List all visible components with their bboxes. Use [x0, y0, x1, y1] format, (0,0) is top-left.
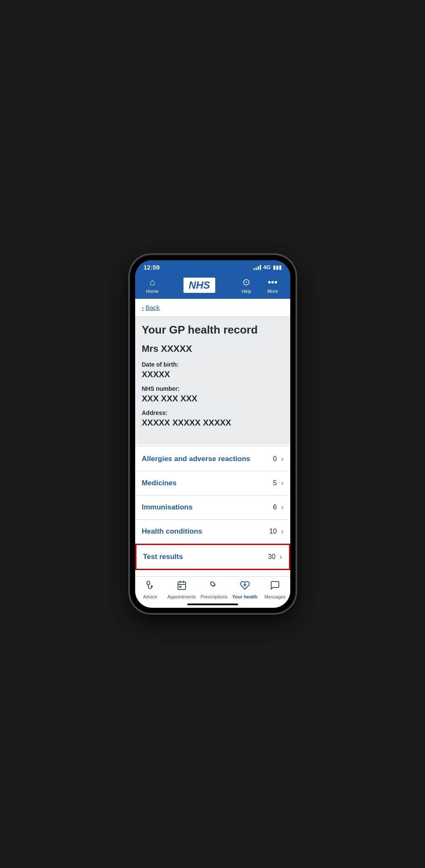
- heart-icon: [240, 580, 250, 593]
- back-link[interactable]: ‹ Back: [142, 304, 283, 311]
- address-label: Address:: [142, 409, 283, 416]
- allergies-label: Allergies and adverse reactions: [142, 455, 250, 463]
- back-chevron-icon: ‹: [142, 304, 144, 311]
- immunisations-menu-item[interactable]: Immunisations 6 ›: [135, 495, 290, 520]
- menu-list: Allergies and adverse reactions 0 › Medi…: [135, 447, 290, 576]
- messages-nav-item[interactable]: Messages: [262, 580, 288, 599]
- medicines-count: 5: [273, 479, 277, 487]
- consultations-menu-item-partial[interactable]: Consultations and comments 72 ›: [135, 570, 290, 576]
- dob-value: XXXXX: [142, 370, 283, 379]
- message-icon: [270, 580, 280, 593]
- status-time: 12:59: [144, 264, 160, 271]
- test-results-chevron-icon: ›: [280, 553, 282, 561]
- phone-frame: 12:59 4G ▮▮▮ ⌂ Home NHS ⊙: [130, 255, 295, 613]
- calendar-icon: [177, 580, 187, 593]
- help-icon: ⊙: [242, 277, 250, 288]
- home-indicator: [187, 604, 238, 605]
- medicines-label: Medicines: [142, 479, 177, 487]
- allergies-menu-right: 0 ›: [273, 455, 283, 463]
- nhs-number-label: NHS number:: [142, 385, 283, 392]
- nav-help-more: ⊙ Help ••• More: [236, 277, 283, 294]
- allergies-menu-left: Allergies and adverse reactions: [142, 455, 250, 463]
- battery-icon: ▮▮▮: [273, 264, 282, 270]
- stethoscope-icon: [145, 580, 155, 593]
- health-conditions-menu-item[interactable]: Health conditions 10 ›: [135, 520, 290, 544]
- phone-screen: 12:59 4G ▮▮▮ ⌂ Home NHS ⊙: [135, 260, 290, 608]
- immunisations-label: Immunisations: [142, 503, 193, 512]
- signal-icon: [253, 265, 261, 270]
- svg-rect-5: [180, 586, 181, 587]
- medicines-menu-item[interactable]: Medicines 5 ›: [135, 471, 290, 495]
- appointments-label: Appointments: [167, 594, 196, 599]
- home-icon: ⌂: [150, 277, 155, 288]
- home-label: Home: [146, 289, 158, 294]
- immunisations-menu-right: 6 ›: [273, 504, 283, 511]
- profile-section: Your GP health record Mrs XXXXX Date of …: [135, 317, 290, 444]
- health-conditions-count: 10: [269, 528, 277, 535]
- content-area: ‹ Back Your GP health record Mrs XXXXX D…: [135, 299, 290, 576]
- page-title: Your GP health record: [142, 323, 283, 337]
- prescriptions-nav-item[interactable]: Prescriptions: [200, 580, 228, 599]
- help-label: Help: [242, 289, 251, 294]
- health-conditions-menu-right: 10 ›: [269, 528, 283, 535]
- svg-rect-1: [178, 582, 186, 590]
- back-link-bar: ‹ Back: [135, 299, 290, 317]
- health-conditions-chevron-icon: ›: [281, 528, 283, 535]
- medicines-menu-left: Medicines: [142, 479, 177, 487]
- help-nav-item[interactable]: ⊙ Help: [236, 277, 257, 294]
- prescriptions-label: Prescriptions: [200, 594, 228, 599]
- pill-icon: [209, 580, 219, 593]
- top-nav: ⌂ Home NHS ⊙ Help ••• More: [135, 273, 290, 299]
- test-results-menu-item[interactable]: Test results 30 ›: [135, 544, 290, 570]
- patient-name: Mrs XXXXX: [142, 343, 283, 354]
- medicines-menu-right: 5 ›: [273, 479, 283, 487]
- bottom-nav: Advice Appointments: [135, 576, 290, 608]
- more-label: More: [267, 289, 278, 294]
- nhs-number-value: XXX XXX XXX: [142, 394, 283, 403]
- address-value: XXXXX XXXXX XXXXX: [142, 418, 283, 428]
- immunisations-chevron-icon: ›: [281, 504, 283, 511]
- health-conditions-menu-left: Health conditions: [142, 527, 203, 536]
- your-health-label: Your health: [232, 594, 258, 599]
- network-type: 4G: [263, 264, 270, 270]
- nhs-logo: NHS: [183, 278, 215, 293]
- medicines-chevron-icon: ›: [281, 479, 283, 487]
- allergies-chevron-icon: ›: [281, 455, 283, 463]
- immunisations-menu-left: Immunisations: [142, 503, 193, 512]
- allergies-menu-item[interactable]: Allergies and adverse reactions 0 ›: [135, 447, 290, 471]
- test-results-menu-left: Test results: [143, 553, 183, 561]
- test-results-label: Test results: [143, 553, 183, 561]
- test-results-menu-right: 30 ›: [268, 553, 282, 561]
- advice-nav-item[interactable]: Advice: [137, 580, 163, 599]
- advice-label: Advice: [143, 594, 157, 599]
- allergies-count: 0: [273, 455, 277, 463]
- status-bar: 12:59 4G ▮▮▮: [135, 260, 290, 273]
- messages-label: Messages: [264, 594, 286, 599]
- health-conditions-label: Health conditions: [142, 527, 203, 536]
- more-nav-item[interactable]: ••• More: [262, 277, 283, 294]
- home-nav-item[interactable]: ⌂ Home: [142, 277, 163, 294]
- appointments-nav-item[interactable]: Appointments: [167, 580, 196, 599]
- test-results-count: 30: [268, 553, 275, 561]
- immunisations-count: 6: [273, 504, 277, 511]
- your-health-nav-item[interactable]: Your health: [232, 580, 258, 599]
- status-icons: 4G ▮▮▮: [253, 264, 281, 270]
- back-link-text: Back: [146, 304, 160, 311]
- more-icon: •••: [268, 277, 278, 288]
- dob-label: Date of birth:: [142, 361, 283, 368]
